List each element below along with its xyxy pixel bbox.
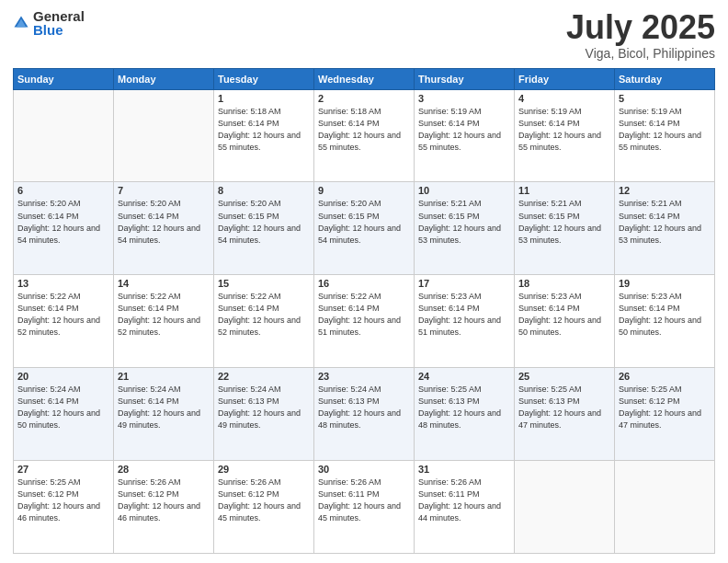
day-info: Sunrise: 5:22 AM Sunset: 6:14 PM Dayligh…	[218, 291, 310, 339]
day-number: 14	[118, 278, 210, 289]
day-number: 20	[17, 371, 109, 382]
day-number: 24	[418, 371, 510, 382]
calendar-day-cell: 22Sunrise: 5:24 AM Sunset: 6:13 PM Dayli…	[214, 368, 314, 461]
day-number: 4	[518, 93, 610, 104]
weekday-header-thursday: Thursday	[415, 68, 515, 89]
logo-general: General	[33, 9, 85, 23]
day-info: Sunrise: 5:25 AM Sunset: 6:13 PM Dayligh…	[418, 384, 510, 431]
calendar-week-row: 20Sunrise: 5:24 AM Sunset: 6:14 PM Dayli…	[14, 368, 715, 461]
day-info: Sunrise: 5:26 AM Sunset: 6:11 PM Dayligh…	[318, 477, 410, 524]
day-info: Sunrise: 5:22 AM Sunset: 6:14 PM Dayligh…	[118, 291, 210, 339]
day-number: 18	[518, 278, 610, 289]
day-info: Sunrise: 5:25 AM Sunset: 6:13 PM Dayligh…	[518, 384, 610, 431]
calendar-day-cell: 4Sunrise: 5:19 AM Sunset: 6:14 PM Daylig…	[515, 89, 615, 182]
month-title: July 2025	[566, 9, 715, 46]
day-info: Sunrise: 5:20 AM Sunset: 6:14 PM Dayligh…	[118, 198, 210, 246]
day-info: Sunrise: 5:19 AM Sunset: 6:14 PM Dayligh…	[418, 106, 510, 154]
calendar-day-cell: 6Sunrise: 5:20 AM Sunset: 6:14 PM Daylig…	[14, 182, 114, 275]
weekday-header-sunday: Sunday	[14, 68, 114, 89]
calendar-day-cell: 23Sunrise: 5:24 AM Sunset: 6:13 PM Dayli…	[314, 368, 415, 461]
calendar-day-cell: 7Sunrise: 5:20 AM Sunset: 6:14 PM Daylig…	[114, 182, 214, 275]
calendar-week-row: 13Sunrise: 5:22 AM Sunset: 6:14 PM Dayli…	[14, 275, 715, 368]
logo-icon	[13, 15, 29, 31]
day-number: 12	[619, 185, 711, 196]
day-number: 11	[518, 185, 610, 196]
day-info: Sunrise: 5:24 AM Sunset: 6:14 PM Dayligh…	[118, 384, 210, 431]
calendar-week-row: 27Sunrise: 5:25 AM Sunset: 6:12 PM Dayli…	[14, 461, 715, 554]
day-info: Sunrise: 5:20 AM Sunset: 6:15 PM Dayligh…	[318, 198, 410, 246]
weekday-header-tuesday: Tuesday	[214, 68, 314, 89]
calendar-day-cell: 29Sunrise: 5:26 AM Sunset: 6:12 PM Dayli…	[214, 461, 314, 554]
calendar-day-cell: 27Sunrise: 5:25 AM Sunset: 6:12 PM Dayli…	[14, 461, 114, 554]
day-number: 1	[218, 93, 310, 104]
calendar-day-cell: 12Sunrise: 5:21 AM Sunset: 6:14 PM Dayli…	[615, 182, 715, 275]
day-number: 28	[118, 464, 210, 475]
calendar-day-cell: 21Sunrise: 5:24 AM Sunset: 6:14 PM Dayli…	[114, 368, 214, 461]
day-info: Sunrise: 5:21 AM Sunset: 6:14 PM Dayligh…	[619, 198, 711, 246]
calendar-day-cell: 1Sunrise: 5:18 AM Sunset: 6:14 PM Daylig…	[214, 89, 314, 182]
day-number: 10	[418, 185, 510, 196]
day-info: Sunrise: 5:21 AM Sunset: 6:15 PM Dayligh…	[418, 198, 510, 246]
day-number: 5	[619, 93, 711, 104]
day-info: Sunrise: 5:21 AM Sunset: 6:15 PM Dayligh…	[518, 198, 610, 246]
calendar-week-row: 6Sunrise: 5:20 AM Sunset: 6:14 PM Daylig…	[14, 182, 715, 275]
day-number: 25	[518, 371, 610, 382]
calendar-day-cell: 28Sunrise: 5:26 AM Sunset: 6:12 PM Dayli…	[114, 461, 214, 554]
calendar-day-cell	[615, 461, 715, 554]
calendar-day-cell: 9Sunrise: 5:20 AM Sunset: 6:15 PM Daylig…	[314, 182, 415, 275]
calendar-day-cell: 24Sunrise: 5:25 AM Sunset: 6:13 PM Dayli…	[415, 368, 515, 461]
calendar-day-cell: 2Sunrise: 5:18 AM Sunset: 6:14 PM Daylig…	[314, 89, 415, 182]
day-number: 27	[17, 464, 109, 475]
day-info: Sunrise: 5:22 AM Sunset: 6:14 PM Dayligh…	[318, 291, 410, 339]
day-info: Sunrise: 5:25 AM Sunset: 6:12 PM Dayligh…	[619, 384, 711, 431]
day-number: 22	[218, 371, 310, 382]
day-number: 13	[17, 278, 109, 289]
weekday-header-friday: Friday	[515, 68, 615, 89]
calendar-day-cell: 5Sunrise: 5:19 AM Sunset: 6:14 PM Daylig…	[615, 89, 715, 182]
day-info: Sunrise: 5:26 AM Sunset: 6:12 PM Dayligh…	[218, 477, 310, 524]
weekday-header-monday: Monday	[114, 68, 214, 89]
calendar-day-cell: 14Sunrise: 5:22 AM Sunset: 6:14 PM Dayli…	[114, 275, 214, 368]
calendar-day-cell: 8Sunrise: 5:20 AM Sunset: 6:15 PM Daylig…	[214, 182, 314, 275]
header: General Blue July 2025 Viga, Bicol, Phil…	[13, 9, 715, 61]
day-number: 7	[118, 185, 210, 196]
calendar-day-cell: 15Sunrise: 5:22 AM Sunset: 6:14 PM Dayli…	[214, 275, 314, 368]
day-number: 19	[619, 278, 711, 289]
location: Viga, Bicol, Philippines	[566, 46, 715, 61]
calendar-day-cell: 25Sunrise: 5:25 AM Sunset: 6:13 PM Dayli…	[515, 368, 615, 461]
day-number: 3	[418, 93, 510, 104]
calendar-day-cell: 19Sunrise: 5:23 AM Sunset: 6:14 PM Dayli…	[615, 275, 715, 368]
calendar-day-cell	[14, 89, 114, 182]
logo-blue: Blue	[33, 23, 85, 37]
weekday-header-saturday: Saturday	[615, 68, 715, 89]
day-info: Sunrise: 5:20 AM Sunset: 6:14 PM Dayligh…	[17, 198, 109, 246]
day-info: Sunrise: 5:25 AM Sunset: 6:12 PM Dayligh…	[17, 477, 109, 524]
calendar-week-row: 1Sunrise: 5:18 AM Sunset: 6:14 PM Daylig…	[14, 89, 715, 182]
calendar-day-cell	[114, 89, 214, 182]
day-info: Sunrise: 5:22 AM Sunset: 6:14 PM Dayligh…	[17, 291, 109, 339]
calendar-day-cell: 16Sunrise: 5:22 AM Sunset: 6:14 PM Dayli…	[314, 275, 415, 368]
calendar-table: SundayMondayTuesdayWednesdayThursdayFrid…	[13, 68, 715, 554]
calendar-day-cell: 26Sunrise: 5:25 AM Sunset: 6:12 PM Dayli…	[615, 368, 715, 461]
day-info: Sunrise: 5:19 AM Sunset: 6:14 PM Dayligh…	[619, 106, 711, 154]
day-number: 15	[218, 278, 310, 289]
day-info: Sunrise: 5:19 AM Sunset: 6:14 PM Dayligh…	[518, 106, 610, 154]
day-number: 6	[17, 185, 109, 196]
day-info: Sunrise: 5:24 AM Sunset: 6:13 PM Dayligh…	[318, 384, 410, 431]
day-info: Sunrise: 5:24 AM Sunset: 6:13 PM Dayligh…	[218, 384, 310, 431]
calendar-day-cell: 10Sunrise: 5:21 AM Sunset: 6:15 PM Dayli…	[415, 182, 515, 275]
day-number: 2	[318, 93, 410, 104]
calendar-day-cell: 18Sunrise: 5:23 AM Sunset: 6:14 PM Dayli…	[515, 275, 615, 368]
day-number: 26	[619, 371, 711, 382]
day-info: Sunrise: 5:18 AM Sunset: 6:14 PM Dayligh…	[318, 106, 410, 154]
day-info: Sunrise: 5:20 AM Sunset: 6:15 PM Dayligh…	[218, 198, 310, 246]
day-number: 29	[218, 464, 310, 475]
day-number: 31	[418, 464, 510, 475]
day-number: 23	[318, 371, 410, 382]
title-block: July 2025 Viga, Bicol, Philippines	[566, 9, 715, 61]
day-number: 16	[318, 278, 410, 289]
weekday-header-wednesday: Wednesday	[314, 68, 415, 89]
day-number: 21	[118, 371, 210, 382]
day-info: Sunrise: 5:23 AM Sunset: 6:14 PM Dayligh…	[518, 291, 610, 339]
calendar-day-cell	[515, 461, 615, 554]
